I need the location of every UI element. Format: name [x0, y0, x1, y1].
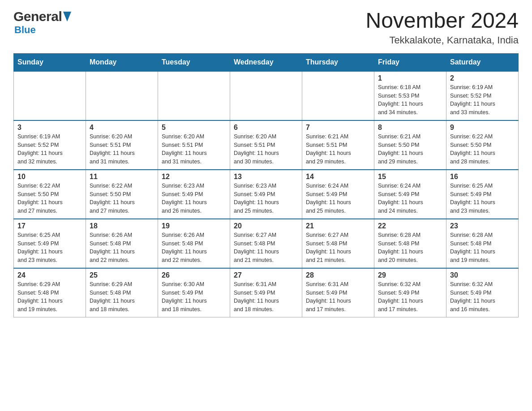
calendar-header-wednesday: Wednesday: [230, 53, 302, 71]
day-number: 12: [162, 173, 226, 181]
calendar-cell: 24Sunrise: 6:29 AM Sunset: 5:48 PM Dayli…: [14, 268, 86, 317]
day-number: 3: [17, 124, 82, 132]
calendar-cell: 6Sunrise: 6:20 AM Sunset: 5:51 PM Daylig…: [230, 120, 302, 170]
day-info: Sunrise: 6:22 AM Sunset: 5:50 PM Dayligh…: [450, 133, 515, 166]
day-number: 21: [306, 222, 370, 230]
calendar-cell: 4Sunrise: 6:20 AM Sunset: 5:51 PM Daylig…: [86, 120, 158, 170]
day-info: Sunrise: 6:22 AM Sunset: 5:50 PM Dayligh…: [90, 182, 154, 215]
calendar-cell: [230, 71, 302, 120]
calendar-cell: 16Sunrise: 6:25 AM Sunset: 5:49 PM Dayli…: [446, 170, 519, 219]
page-header: General Blue November 2024 Tekkalakote, …: [13, 9, 519, 46]
day-info: Sunrise: 6:19 AM Sunset: 5:52 PM Dayligh…: [450, 83, 515, 117]
day-info: Sunrise: 6:23 AM Sunset: 5:49 PM Dayligh…: [234, 182, 298, 215]
calendar-cell: [86, 71, 158, 120]
calendar-cell: 14Sunrise: 6:24 AM Sunset: 5:49 PM Dayli…: [302, 170, 374, 219]
day-info: Sunrise: 6:32 AM Sunset: 5:49 PM Dayligh…: [378, 280, 442, 314]
day-info: Sunrise: 6:20 AM Sunset: 5:51 PM Dayligh…: [90, 133, 154, 166]
day-info: Sunrise: 6:27 AM Sunset: 5:48 PM Dayligh…: [234, 231, 298, 265]
day-number: 11: [90, 173, 154, 181]
calendar-cell: 3Sunrise: 6:19 AM Sunset: 5:52 PM Daylig…: [14, 120, 86, 170]
day-info: Sunrise: 6:29 AM Sunset: 5:48 PM Dayligh…: [17, 280, 82, 314]
day-number: 1: [378, 74, 442, 82]
day-info: Sunrise: 6:32 AM Sunset: 5:49 PM Dayligh…: [450, 280, 515, 314]
day-number: 15: [378, 173, 442, 181]
day-number: 17: [17, 222, 82, 230]
calendar-cell: 15Sunrise: 6:24 AM Sunset: 5:49 PM Dayli…: [374, 170, 446, 219]
day-number: 10: [17, 173, 82, 181]
day-number: 8: [378, 124, 442, 132]
day-info: Sunrise: 6:19 AM Sunset: 5:52 PM Dayligh…: [17, 133, 82, 166]
day-number: 28: [306, 271, 370, 279]
calendar-cell: 17Sunrise: 6:25 AM Sunset: 5:49 PM Dayli…: [14, 219, 86, 268]
calendar-cell: 29Sunrise: 6:32 AM Sunset: 5:49 PM Dayli…: [374, 268, 446, 317]
calendar-cell: 30Sunrise: 6:32 AM Sunset: 5:49 PM Dayli…: [446, 268, 519, 317]
calendar-header-friday: Friday: [374, 53, 446, 71]
day-info: Sunrise: 6:30 AM Sunset: 5:49 PM Dayligh…: [162, 280, 226, 314]
day-info: Sunrise: 6:25 AM Sunset: 5:49 PM Dayligh…: [450, 182, 515, 215]
day-number: 26: [162, 271, 226, 279]
week-row-3: 17Sunrise: 6:25 AM Sunset: 5:49 PM Dayli…: [14, 219, 519, 268]
calendar-cell: 9Sunrise: 6:22 AM Sunset: 5:50 PM Daylig…: [446, 120, 519, 170]
day-number: 30: [450, 271, 515, 279]
day-number: 19: [162, 222, 226, 230]
day-number: 27: [234, 271, 298, 279]
logo-chevron-icon: [63, 12, 71, 21]
calendar-cell: 23Sunrise: 6:28 AM Sunset: 5:48 PM Dayli…: [446, 219, 519, 268]
day-info: Sunrise: 6:21 AM Sunset: 5:51 PM Dayligh…: [306, 133, 370, 166]
day-info: Sunrise: 6:29 AM Sunset: 5:48 PM Dayligh…: [90, 280, 154, 314]
day-number: 13: [234, 173, 298, 181]
calendar-cell: 10Sunrise: 6:22 AM Sunset: 5:50 PM Dayli…: [14, 170, 86, 219]
day-info: Sunrise: 6:18 AM Sunset: 5:53 PM Dayligh…: [378, 83, 442, 117]
day-number: 5: [162, 124, 226, 132]
calendar-cell: 20Sunrise: 6:27 AM Sunset: 5:48 PM Dayli…: [230, 219, 302, 268]
day-number: 22: [378, 222, 442, 230]
day-info: Sunrise: 6:28 AM Sunset: 5:48 PM Dayligh…: [450, 231, 515, 265]
calendar-cell: 18Sunrise: 6:26 AM Sunset: 5:48 PM Dayli…: [86, 219, 158, 268]
day-info: Sunrise: 6:24 AM Sunset: 5:49 PM Dayligh…: [378, 182, 442, 215]
day-number: 2: [450, 74, 515, 82]
calendar-cell: 28Sunrise: 6:31 AM Sunset: 5:49 PM Dayli…: [302, 268, 374, 317]
calendar-cell: 25Sunrise: 6:29 AM Sunset: 5:48 PM Dayli…: [86, 268, 158, 317]
day-info: Sunrise: 6:27 AM Sunset: 5:48 PM Dayligh…: [306, 231, 370, 265]
day-info: Sunrise: 6:28 AM Sunset: 5:48 PM Dayligh…: [378, 231, 442, 265]
svg-marker-0: [63, 12, 71, 21]
calendar-cell: 22Sunrise: 6:28 AM Sunset: 5:48 PM Dayli…: [374, 219, 446, 268]
calendar-cell: 11Sunrise: 6:22 AM Sunset: 5:50 PM Dayli…: [86, 170, 158, 219]
title-section: November 2024 Tekkalakote, Karnataka, In…: [365, 9, 519, 46]
calendar-cell: [158, 71, 230, 120]
day-info: Sunrise: 6:21 AM Sunset: 5:50 PM Dayligh…: [378, 133, 442, 166]
day-number: 23: [450, 222, 515, 230]
calendar-header-monday: Monday: [86, 53, 158, 71]
week-row-2: 10Sunrise: 6:22 AM Sunset: 5:50 PM Dayli…: [14, 170, 519, 219]
day-info: Sunrise: 6:22 AM Sunset: 5:50 PM Dayligh…: [17, 182, 82, 215]
calendar-cell: 13Sunrise: 6:23 AM Sunset: 5:49 PM Dayli…: [230, 170, 302, 219]
logo-general-text: General: [13, 9, 62, 24]
calendar-cell: 21Sunrise: 6:27 AM Sunset: 5:48 PM Dayli…: [302, 219, 374, 268]
day-info: Sunrise: 6:31 AM Sunset: 5:49 PM Dayligh…: [306, 280, 370, 314]
calendar-header-tuesday: Tuesday: [158, 53, 230, 71]
location-text: Tekkalakote, Karnataka, India: [365, 34, 519, 46]
calendar-cell: 7Sunrise: 6:21 AM Sunset: 5:51 PM Daylig…: [302, 120, 374, 170]
day-number: 18: [90, 222, 154, 230]
day-number: 29: [378, 271, 442, 279]
day-number: 25: [90, 271, 154, 279]
day-info: Sunrise: 6:23 AM Sunset: 5:49 PM Dayligh…: [162, 182, 226, 215]
calendar-cell: [302, 71, 374, 120]
calendar-cell: 27Sunrise: 6:31 AM Sunset: 5:49 PM Dayli…: [230, 268, 302, 317]
calendar-header-sunday: Sunday: [14, 53, 86, 71]
day-number: 16: [450, 173, 515, 181]
calendar-cell: 2Sunrise: 6:19 AM Sunset: 5:52 PM Daylig…: [446, 71, 519, 120]
day-info: Sunrise: 6:20 AM Sunset: 5:51 PM Dayligh…: [162, 133, 226, 166]
month-title: November 2024: [365, 9, 519, 33]
day-info: Sunrise: 6:26 AM Sunset: 5:48 PM Dayligh…: [90, 231, 154, 265]
day-info: Sunrise: 6:31 AM Sunset: 5:49 PM Dayligh…: [234, 280, 298, 314]
day-number: 20: [234, 222, 298, 230]
day-number: 9: [450, 124, 515, 132]
calendar-cell: 8Sunrise: 6:21 AM Sunset: 5:50 PM Daylig…: [374, 120, 446, 170]
calendar-header-thursday: Thursday: [302, 53, 374, 71]
calendar-cell: 19Sunrise: 6:26 AM Sunset: 5:48 PM Dayli…: [158, 219, 230, 268]
calendar-cell: 5Sunrise: 6:20 AM Sunset: 5:51 PM Daylig…: [158, 120, 230, 170]
calendar-cell: 26Sunrise: 6:30 AM Sunset: 5:49 PM Dayli…: [158, 268, 230, 317]
calendar-header-saturday: Saturday: [446, 53, 519, 71]
logo-blue-text: Blue: [14, 24, 36, 35]
